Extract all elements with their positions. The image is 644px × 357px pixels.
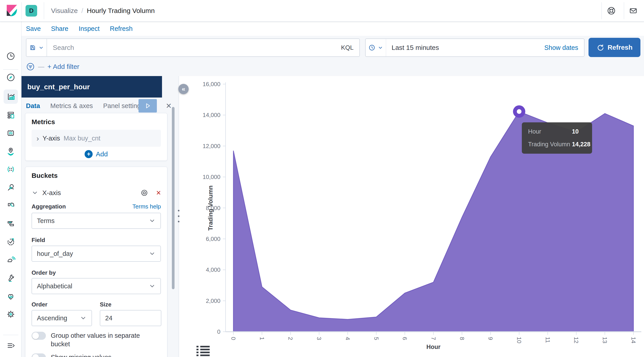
close-icon: ×: [166, 100, 172, 111]
search-box: KQL: [26, 38, 360, 57]
svg-text:13: 13: [602, 337, 608, 343]
sidebar-item-machine-learning[interactable]: [4, 162, 18, 176]
metric-row-y-axis[interactable]: › Y-axis Max buy_cnt: [32, 130, 161, 147]
tab-data[interactable]: Data: [26, 97, 40, 114]
svg-text:1: 1: [259, 337, 266, 340]
bucket-row-x-axis[interactable]: X-axis ×: [32, 187, 161, 199]
sidebar-item-canvas[interactable]: [4, 126, 18, 140]
order-value: Ascending: [37, 315, 67, 322]
svg-text:0: 0: [217, 328, 220, 335]
terms-help-link[interactable]: Terms help: [132, 203, 161, 210]
space-badge[interactable]: D: [26, 5, 37, 16]
panel-scrollbar[interactable]: [172, 107, 174, 289]
buckets-card: Buckets X-axis × Aggregation Terms help …: [25, 167, 168, 357]
chart-tooltip: Hour 10 Trading Volumn 14,228: [522, 122, 592, 154]
filter-icon[interactable]: [26, 62, 35, 71]
order-select[interactable]: Ascending: [32, 310, 92, 326]
aggregation-value: Terms: [37, 217, 54, 225]
sidebar-item-graph[interactable]: [4, 180, 18, 195]
query-language-button[interactable]: KQL: [341, 44, 359, 51]
order-label: Order: [32, 301, 48, 308]
clock-icon: [368, 44, 376, 52]
uptime-icon: [6, 237, 16, 247]
sidebar-item-apm[interactable]: [4, 253, 18, 267]
visualize-toolbar: Save Share Inspect Refresh: [22, 21, 644, 36]
kibana-logo-icon[interactable]: [5, 4, 18, 17]
breadcrumb-section[interactable]: Visualize: [51, 7, 78, 14]
header-divider: [602, 2, 602, 19]
share-button[interactable]: Share: [51, 25, 68, 32]
header-divider: [624, 2, 624, 19]
sidebar-item-discover[interactable]: [4, 70, 18, 84]
help-button[interactable]: [604, 4, 618, 17]
svg-text:4,000: 4,000: [206, 266, 220, 273]
time-picker-quick-menu-button[interactable]: [366, 39, 386, 56]
sidebar-item-management[interactable]: [4, 307, 18, 322]
size-input[interactable]: [100, 310, 161, 326]
svg-text:5: 5: [373, 337, 380, 340]
svg-text:9: 9: [487, 337, 494, 340]
field-value: hour_of_day: [37, 250, 73, 258]
sidebar-item-recently-viewed[interactable]: [4, 49, 18, 63]
area-chart[interactable]: 02,0004,0006,0008,00010,00012,00014,0001…: [179, 76, 644, 357]
apply-changes-button[interactable]: [138, 99, 157, 112]
sidebar-expand-button[interactable]: [4, 339, 18, 353]
order-by-value: Alphabetical: [37, 283, 72, 290]
order-by-select[interactable]: Alphabetical: [32, 278, 161, 294]
menu-expand-icon: [6, 341, 16, 351]
sidebar-item-dashboard[interactable]: [4, 108, 18, 122]
search-input[interactable]: [47, 44, 341, 51]
tab-panel-settings[interactable]: Panel settings: [103, 97, 144, 114]
collapse-panel-button[interactable]: «: [178, 84, 189, 94]
sidebar-item-dev-tools[interactable]: [4, 271, 18, 285]
machine-learning-icon: [6, 164, 16, 174]
maps-icon: [6, 146, 16, 156]
svg-text:12: 12: [573, 337, 580, 343]
field-select[interactable]: hour_of_day: [32, 246, 161, 262]
refresh-link[interactable]: Refresh: [110, 25, 133, 32]
sidebar-item-logs[interactable]: [4, 198, 18, 213]
breadcrumb: Visualize / Hourly Trading Volumn: [51, 0, 154, 21]
svg-text:6,000: 6,000: [206, 236, 220, 242]
bucket-name: X-axis: [42, 189, 61, 197]
time-range-value[interactable]: Last 15 minutes: [386, 44, 544, 51]
top-header: D Visualize / Hourly Trading Volumn: [0, 0, 644, 21]
tooltip-label: Hour: [528, 128, 572, 135]
refresh-query-button[interactable]: Refresh: [588, 38, 640, 57]
add-metric-button[interactable]: + Add: [25, 149, 167, 160]
svg-text:2,000: 2,000: [206, 298, 220, 304]
metric-axis-label: Y-axis: [42, 135, 60, 142]
add-filter-button[interactable]: + Add filter: [48, 63, 80, 70]
remove-bucket-icon[interactable]: ×: [156, 188, 161, 198]
newsfeed-button[interactable]: [626, 4, 640, 17]
save-button[interactable]: Save: [26, 25, 41, 32]
group-other-toggle[interactable]: [32, 332, 46, 340]
heartbeat-icon: [6, 291, 16, 301]
show-missing-toggle[interactable]: [32, 354, 46, 357]
plus-circle-icon: +: [84, 150, 93, 158]
panel-resize-handle[interactable]: [177, 210, 180, 222]
tab-metrics-axes[interactable]: Metrics & axes: [50, 97, 93, 114]
wrench-icon: [6, 273, 16, 283]
aggregation-select[interactable]: Terms: [32, 213, 161, 229]
inspect-button[interactable]: Inspect: [79, 25, 100, 32]
chevron-down-icon: [149, 250, 156, 257]
graph-icon: [6, 183, 16, 192]
svg-text:12,000: 12,000: [202, 143, 220, 149]
config-panel-header: buy_cnt_per_hour: [22, 76, 162, 97]
apm-icon: [6, 255, 16, 265]
saved-query-menu-button[interactable]: [26, 39, 47, 56]
sidebar-item-maps[interactable]: [4, 144, 18, 158]
eye-toggle-icon[interactable]: [140, 189, 148, 197]
show-missing-label: Show missing values: [51, 353, 112, 357]
sidebar-item-visualize[interactable]: [4, 89, 18, 104]
chevron-down-icon: [80, 315, 86, 322]
svg-text:Hour: Hour: [426, 344, 440, 350]
svg-text:14: 14: [630, 337, 637, 343]
svg-text:14,000: 14,000: [202, 112, 220, 118]
svg-text:8: 8: [459, 337, 466, 340]
sidebar-item-uptime[interactable]: [4, 235, 18, 249]
show-dates-button[interactable]: Show dates: [544, 44, 584, 51]
sidebar-item-metrics[interactable]: [4, 217, 18, 231]
sidebar-item-stack-monitoring[interactable]: [4, 289, 18, 303]
